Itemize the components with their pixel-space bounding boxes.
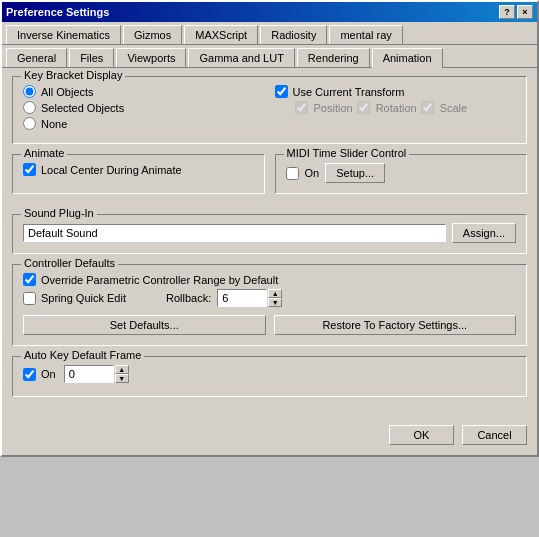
use-current-transform-label: Use Current Transform xyxy=(293,86,405,98)
rollback-down-button[interactable]: ▼ xyxy=(268,298,282,307)
rollback-spinner: ▲ ▼ xyxy=(217,289,282,307)
spring-rollback-row: Spring Quick Edit Rollback: ▲ ▼ xyxy=(23,289,516,307)
restore-factory-button[interactable]: Restore To Factory Settings... xyxy=(274,315,517,335)
local-center-checkbox[interactable] xyxy=(23,163,36,176)
animate-midi-row: Animate Local Center During Animate MIDI… xyxy=(12,154,527,204)
rollback-row: Rollback: ▲ ▼ xyxy=(166,289,282,307)
scale-label: Scale xyxy=(440,102,468,114)
sound-group: Sound Plug-In Assign... xyxy=(12,214,527,254)
key-bracket-label: Key Bracket Display xyxy=(21,69,125,81)
window-title: Preference Settings xyxy=(6,6,109,18)
position-label: Position xyxy=(314,102,353,114)
ok-button[interactable]: OK xyxy=(389,425,454,445)
none-label: None xyxy=(41,118,67,130)
auto-key-down-button[interactable]: ▼ xyxy=(115,374,129,383)
tab-general[interactable]: General xyxy=(6,48,67,67)
midi-on-checkbox[interactable] xyxy=(286,167,299,180)
tab-inverse-kinematics[interactable]: Inverse Kinematics xyxy=(6,25,121,44)
cancel-button[interactable]: Cancel xyxy=(462,425,527,445)
spring-checkbox[interactable] xyxy=(23,292,36,305)
local-center-row: Local Center During Animate xyxy=(23,163,254,176)
override-checkbox[interactable] xyxy=(23,273,36,286)
auto-key-row: On ▲ ▼ xyxy=(23,365,516,383)
all-objects-label: All Objects xyxy=(41,86,94,98)
content-area: Key Bracket Display All Objects Selected… xyxy=(2,68,537,417)
rollback-up-button[interactable]: ▲ xyxy=(268,289,282,298)
auto-key-frame-input[interactable] xyxy=(64,365,114,383)
tab-gamma-lut[interactable]: Gamma and LUT xyxy=(188,48,294,67)
tab-radiosity[interactable]: Radiosity xyxy=(260,25,327,44)
none-row: None xyxy=(23,117,265,130)
tab-files[interactable]: Files xyxy=(69,48,114,67)
controller-label: Controller Defaults xyxy=(21,257,118,269)
title-bar: Preference Settings ? × xyxy=(2,2,537,22)
animate-group: Animate Local Center During Animate xyxy=(12,154,265,194)
spring-row-inner: Spring Quick Edit xyxy=(23,292,126,305)
key-bracket-columns: All Objects Selected Objects None Use Cu… xyxy=(23,85,516,133)
all-objects-radio[interactable] xyxy=(23,85,36,98)
use-current-transform-row: Use Current Transform xyxy=(275,85,517,98)
spring-label: Spring Quick Edit xyxy=(41,292,126,304)
override-label: Override Parametric Controller Range by … xyxy=(41,274,278,286)
tabs-row-1: Inverse Kinematics Gizmos MAXScript Radi… xyxy=(2,22,537,45)
tab-mental-ray[interactable]: mental ray xyxy=(329,25,402,44)
auto-key-group: Auto Key Default Frame On ▲ ▼ xyxy=(12,356,527,397)
sound-label: Sound Plug-In xyxy=(21,207,97,219)
midi-label: MIDI Time Slider Control xyxy=(284,147,410,159)
tab-gizmos[interactable]: Gizmos xyxy=(123,25,182,44)
use-current-transform-checkbox[interactable] xyxy=(275,85,288,98)
scale-checkbox[interactable] xyxy=(421,101,434,114)
all-objects-row: All Objects xyxy=(23,85,265,98)
assign-button[interactable]: Assign... xyxy=(452,223,516,243)
rollback-input[interactable] xyxy=(217,289,267,307)
rotation-checkbox[interactable] xyxy=(357,101,370,114)
tab-rendering[interactable]: Rendering xyxy=(297,48,370,67)
close-button[interactable]: × xyxy=(517,5,533,19)
midi-group: MIDI Time Slider Control On Setup... xyxy=(275,154,528,194)
key-bracket-group: Key Bracket Display All Objects Selected… xyxy=(12,76,527,144)
animate-label: Animate xyxy=(21,147,67,159)
title-bar-buttons: ? × xyxy=(499,5,533,19)
midi-on-label: On xyxy=(305,167,320,179)
auto-key-on-label: On xyxy=(41,368,56,380)
local-center-label: Local Center During Animate xyxy=(41,164,182,176)
rollback-label: Rollback: xyxy=(166,292,211,304)
none-radio[interactable] xyxy=(23,117,36,130)
tab-maxscript[interactable]: MAXScript xyxy=(184,25,258,44)
selected-objects-label: Selected Objects xyxy=(41,102,124,114)
auto-key-spinner-buttons: ▲ ▼ xyxy=(115,365,129,383)
rollback-spinner-buttons: ▲ ▼ xyxy=(268,289,282,307)
tab-animation[interactable]: Animation xyxy=(372,48,443,68)
auto-key-checkbox[interactable] xyxy=(23,368,36,381)
tabs-row-2: General Files Viewports Gamma and LUT Re… xyxy=(2,45,537,68)
auto-key-up-button[interactable]: ▲ xyxy=(115,365,129,374)
midi-inner: On Setup... xyxy=(286,163,517,183)
rotation-label: Rotation xyxy=(376,102,417,114)
auto-key-label: Auto Key Default Frame xyxy=(21,349,144,361)
key-bracket-left: All Objects Selected Objects None xyxy=(23,85,265,133)
footer: OK Cancel xyxy=(2,417,537,455)
controller-group: Controller Defaults Override Parametric … xyxy=(12,264,527,346)
setup-button[interactable]: Setup... xyxy=(325,163,385,183)
help-button[interactable]: ? xyxy=(499,5,515,19)
tab-viewports[interactable]: Viewports xyxy=(116,48,186,67)
selected-objects-row: Selected Objects xyxy=(23,101,265,114)
set-defaults-button[interactable]: Set Defaults... xyxy=(23,315,266,335)
override-row: Override Parametric Controller Range by … xyxy=(23,273,516,286)
sound-inner: Assign... xyxy=(23,223,516,243)
auto-key-frame-spinner: ▲ ▼ xyxy=(64,365,129,383)
position-checkbox[interactable] xyxy=(295,101,308,114)
sub-options-row: Position Rotation Scale xyxy=(275,101,517,114)
selected-objects-radio[interactable] xyxy=(23,101,36,114)
preference-settings-window: Preference Settings ? × Inverse Kinemati… xyxy=(0,0,539,457)
sound-input[interactable] xyxy=(23,224,446,242)
key-bracket-right: Use Current Transform Position Rotation … xyxy=(275,85,517,133)
controller-buttons: Set Defaults... Restore To Factory Setti… xyxy=(23,315,516,335)
